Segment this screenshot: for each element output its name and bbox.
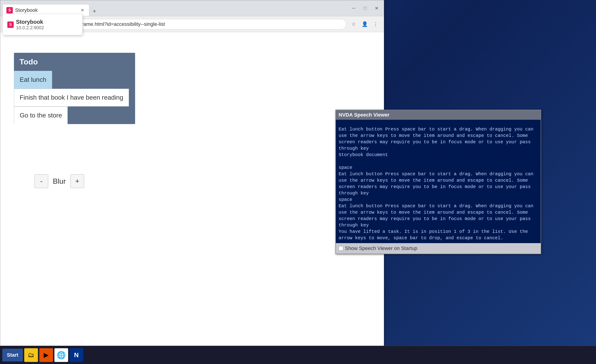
media-icon[interactable]: ▶	[39, 348, 53, 362]
folder-icon[interactable]: 🗂	[24, 348, 38, 362]
maximize-button[interactable]: □	[360, 3, 370, 13]
account-button[interactable]: 👤	[360, 20, 369, 29]
bookmark-button[interactable]: ☆	[349, 20, 358, 29]
tab-dropdown: S Storybook 10.0.2.2:9002	[2, 14, 82, 35]
window-controls: ─ □ ✕	[349, 3, 381, 13]
todo-item-go-store[interactable]: Go to the store	[14, 107, 68, 124]
nvda-title: NVDA Speech Viewer	[339, 112, 390, 118]
tab-close-button[interactable]: ✕	[79, 7, 85, 14]
todo-item-eat-lunch[interactable]: Eat lunch	[14, 71, 52, 89]
menu-button[interactable]: ⋮	[371, 20, 380, 29]
nvda-footer-label: Show Speech Viewer on Startup	[345, 245, 417, 251]
desktop: S Storybook ✕ + ─ □ ✕ ← → ↻ ☆ 👤 ⋮	[0, 0, 596, 364]
blur-minus-button[interactable]: -	[35, 174, 48, 188]
tab-dropdown-url: 10.0.2.2:9002	[16, 25, 44, 30]
nvda-startup-checkbox[interactable]	[339, 246, 343, 251]
chrome-icon[interactable]: 🌐	[54, 348, 68, 362]
tab-dropdown-item[interactable]: S Storybook 10.0.2.2:9002	[6, 17, 80, 32]
minimize-button[interactable]: ─	[349, 3, 359, 13]
tab-dropdown-title: Storybook	[16, 19, 44, 25]
blur-plus-button[interactable]: +	[70, 174, 84, 188]
todo-container: Todo Eat lunch Finish that book I have b…	[14, 53, 135, 124]
tab-dropdown-favicon: S	[7, 22, 14, 28]
taskbar: Start 🗂 ▶ 🌐 N	[0, 346, 596, 364]
browser-content: Todo Eat lunch Finish that book I have b…	[0, 32, 384, 364]
new-tab-button[interactable]: +	[89, 6, 99, 16]
address-input[interactable]	[42, 19, 346, 29]
browser-window: S Storybook ✕ + ─ □ ✕ ← → ↻ ☆ 👤 ⋮	[0, 0, 384, 364]
tab-favicon: S	[6, 7, 13, 14]
todo-item-finish-book[interactable]: Finish that book I have been reading	[14, 89, 129, 107]
page-content: Todo Eat lunch Finish that book I have b…	[0, 32, 384, 202]
start-button[interactable]: Start	[2, 349, 23, 362]
nvda-speech-viewer: NVDA Speech Viewer selection removed10 p…	[335, 110, 541, 254]
tab-dropdown-text: Storybook 10.0.2.2:9002	[16, 19, 44, 30]
tab-bar: S Storybook ✕ +	[2, 0, 349, 16]
nvda-titlebar: NVDA Speech Viewer	[336, 110, 541, 120]
blur-label: Blur	[53, 177, 66, 186]
close-button[interactable]: ✕	[372, 3, 381, 13]
todo-heading: Todo	[14, 53, 135, 71]
address-icons: ☆ 👤 ⋮	[349, 20, 380, 29]
nvda-footer: Show Speech Viewer on Startup	[336, 243, 541, 254]
tab-title: Storybook	[15, 7, 38, 13]
nvda-content[interactable]: selection removed10 play search suggesti…	[336, 120, 541, 243]
blur-section: - Blur +	[35, 174, 84, 188]
notepad-icon[interactable]: N	[69, 348, 83, 362]
